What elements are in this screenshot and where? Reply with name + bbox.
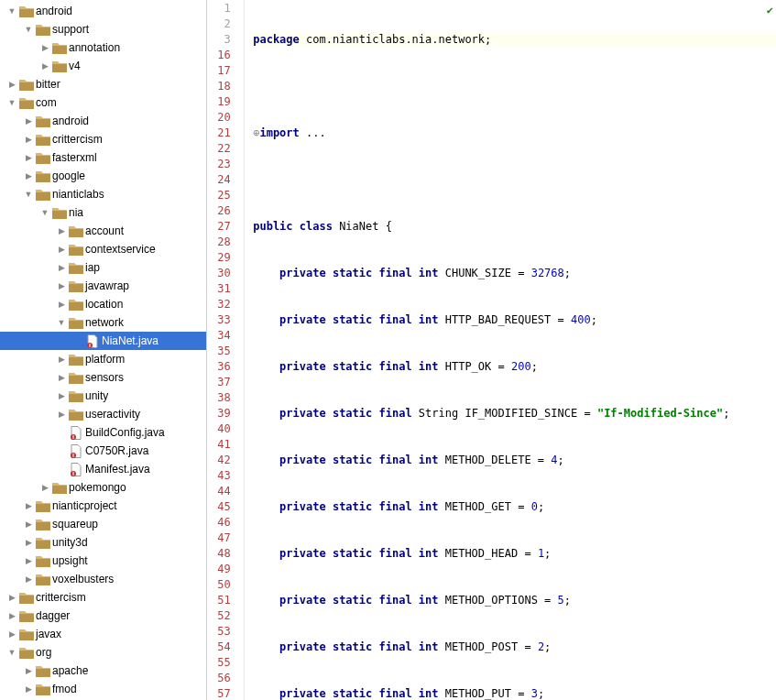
- tree-item-label: annotation: [69, 41, 120, 54]
- chevron-right-icon[interactable]: ▶: [55, 226, 68, 235]
- chevron-right-icon[interactable]: ▶: [55, 263, 68, 272]
- keyword: import: [259, 126, 299, 139]
- tree-item-fmod[interactable]: ▶fmod: [0, 680, 206, 698]
- line-number: 56: [207, 671, 231, 686]
- tree-item-buildconfig-java[interactable]: BuildConfig.java: [0, 423, 206, 442]
- tree-item-pokemongo[interactable]: ▶pokemongo: [0, 478, 206, 497]
- kw: private static final: [279, 407, 412, 420]
- tree-item-nianticproject[interactable]: ▶nianticproject: [0, 497, 206, 515]
- tree-item-label: iap: [85, 261, 100, 274]
- chevron-right-icon[interactable]: ▶: [5, 80, 18, 89]
- tree-item-account[interactable]: ▶account: [0, 222, 206, 240]
- chevron-down-icon[interactable]: ▼: [5, 648, 18, 657]
- tree-item-iap[interactable]: ▶iap: [0, 258, 206, 277]
- tree-item-network[interactable]: ▼network: [0, 313, 206, 332]
- chevron-right-icon[interactable]: ▶: [55, 245, 68, 254]
- java-file-icon: [68, 463, 84, 476]
- tree-item-apache[interactable]: ▶apache: [0, 662, 206, 680]
- folder-icon: [18, 592, 35, 604]
- tree-item-android[interactable]: ▼android: [0, 2, 206, 20]
- kw: private static final int: [279, 267, 438, 279]
- tree-item-c0750r-java[interactable]: C0750R.java: [0, 442, 206, 460]
- tree-item-squareup[interactable]: ▶squareup: [0, 515, 206, 533]
- chevron-right-icon[interactable]: ▶: [38, 483, 51, 492]
- chevron-right-icon[interactable]: ▶: [5, 593, 18, 602]
- folder-icon: [18, 79, 35, 91]
- folder-icon: [35, 189, 51, 201]
- tree-item-support[interactable]: ▼support: [0, 20, 206, 38]
- tree-item-javax[interactable]: ▶javax: [0, 625, 206, 643]
- tree-item-crittercism[interactable]: ▶crittercism: [0, 588, 206, 607]
- chevron-right-icon[interactable]: ▶: [55, 355, 68, 364]
- tree-item-manifest-java[interactable]: Manifest.java: [0, 460, 206, 478]
- tree-item-android[interactable]: ▶android: [0, 112, 206, 130]
- tree-item-google[interactable]: ▶google: [0, 167, 206, 185]
- code-editor[interactable]: 1231617181920212223242526272829303132333…: [207, 0, 776, 700]
- chevron-right-icon[interactable]: ▶: [22, 116, 35, 126]
- kw: private static final int: [279, 640, 438, 653]
- project-tree[interactable]: ▼android▼support▶annotation▶v4▶bitter▼co…: [0, 0, 207, 700]
- tree-item-bitter[interactable]: ▶bitter: [0, 75, 206, 93]
- chevron-right-icon[interactable]: ▶: [38, 43, 51, 52]
- code-area[interactable]: package com.nianticlabs.nia.network; ⊕im…: [253, 0, 776, 700]
- tree-item-location[interactable]: ▶location: [0, 295, 206, 313]
- tree-item-useractivity[interactable]: ▶useractivity: [0, 405, 206, 423]
- tree-item-voxelbusters[interactable]: ▶voxelbusters: [0, 570, 206, 588]
- chevron-right-icon[interactable]: ▶: [55, 391, 68, 400]
- chevron-right-icon[interactable]: ▶: [55, 410, 68, 419]
- tree-item-label: squareup: [52, 518, 98, 530]
- tree-item-crittercism[interactable]: ▶crittercism: [0, 130, 206, 148]
- chevron-right-icon[interactable]: ▶: [22, 520, 35, 529]
- pkg-name: com.nianticlabs.nia.network;: [300, 33, 492, 46]
- chevron-down-icon[interactable]: ▼: [5, 98, 18, 107]
- chevron-right-icon[interactable]: ▶: [22, 538, 35, 547]
- tree-item-nianet-java[interactable]: NiaNet.java: [0, 332, 206, 350]
- chevron-right-icon[interactable]: ▶: [22, 666, 35, 675]
- tree-item-nianticlabs[interactable]: ▼nianticlabs: [0, 185, 206, 203]
- chevron-down-icon[interactable]: ▼: [22, 190, 35, 199]
- line-number: 57: [207, 686, 231, 700]
- tree-item-label: com: [36, 96, 57, 109]
- fold-gutter[interactable]: [244, 0, 253, 700]
- chevron-right-icon[interactable]: ▶: [5, 629, 18, 639]
- tree-item-unity3d[interactable]: ▶unity3d: [0, 533, 206, 552]
- chevron-down-icon[interactable]: ▼: [5, 6, 18, 16]
- chevron-right-icon[interactable]: ▶: [22, 501, 35, 510]
- tree-item-unity[interactable]: ▶unity: [0, 387, 206, 405]
- chevron-right-icon[interactable]: ▶: [22, 171, 35, 180]
- chevron-right-icon[interactable]: ▶: [22, 574, 35, 584]
- line-number: 48: [207, 546, 231, 562]
- tree-item-v4[interactable]: ▶v4: [0, 57, 206, 75]
- tree-item-label: C0750R.java: [85, 444, 148, 457]
- line-number: 55: [207, 655, 231, 671]
- chevron-right-icon[interactable]: ▶: [22, 135, 35, 144]
- num: 400: [571, 313, 591, 326]
- chevron-down-icon[interactable]: ▼: [22, 25, 35, 34]
- tree-item-label: fmod: [52, 683, 77, 695]
- tree-item-fasterxml[interactable]: ▶fasterxml: [0, 148, 206, 167]
- line-number: 3: [207, 32, 231, 48]
- tree-item-javawrap[interactable]: ▶javawrap: [0, 277, 206, 295]
- chevron-right-icon[interactable]: ▶: [55, 281, 68, 290]
- chevron-right-icon[interactable]: ▶: [5, 611, 18, 620]
- chevron-right-icon[interactable]: ▶: [22, 556, 35, 565]
- chevron-down-icon[interactable]: ▼: [38, 208, 51, 217]
- tree-item-upsight[interactable]: ▶upsight: [0, 552, 206, 570]
- java-file-icon: [84, 334, 101, 348]
- chevron-right-icon[interactable]: ▶: [22, 153, 35, 162]
- chevron-right-icon[interactable]: ▶: [22, 684, 35, 694]
- chevron-right-icon[interactable]: ▶: [55, 300, 68, 309]
- tree-item-contextservice[interactable]: ▶contextservice: [0, 240, 206, 258]
- tree-item-sensors[interactable]: ▶sensors: [0, 368, 206, 387]
- chevron-right-icon[interactable]: ▶: [55, 373, 68, 382]
- tree-item-org[interactable]: ▼org: [0, 643, 206, 662]
- line-number: 36: [207, 359, 231, 375]
- scrollbar-vertical[interactable]: ✔: [765, 1, 774, 700]
- tree-item-dagger[interactable]: ▶dagger: [0, 607, 206, 625]
- tree-item-nia[interactable]: ▼nia: [0, 203, 206, 222]
- tree-item-annotation[interactable]: ▶annotation: [0, 38, 206, 57]
- tree-item-platform[interactable]: ▶platform: [0, 350, 206, 368]
- tree-item-com[interactable]: ▼com: [0, 93, 206, 112]
- chevron-right-icon[interactable]: ▶: [38, 61, 51, 71]
- chevron-down-icon[interactable]: ▼: [55, 318, 68, 327]
